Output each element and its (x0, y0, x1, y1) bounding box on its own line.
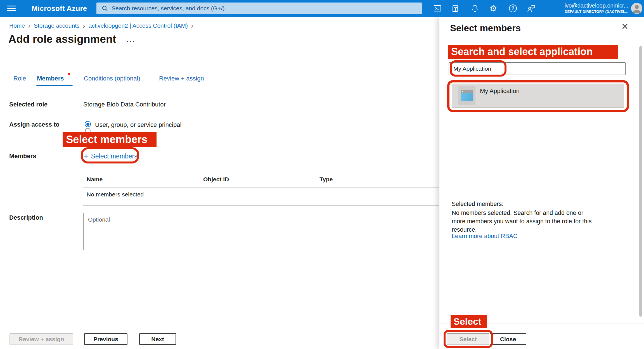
global-search-input[interactable] (108, 3, 422, 14)
page-title: Add role assignment (8, 33, 116, 45)
close-icon[interactable]: × (622, 21, 628, 32)
azure-portal-page: Microsoft Azure (0, 0, 644, 349)
tab-conditions[interactable]: Conditions (optional) (84, 75, 140, 82)
notifications-icon[interactable] (470, 4, 480, 13)
select-members-button[interactable]: + Select members (84, 152, 138, 160)
settings-icon[interactable]: ⚙ (489, 4, 498, 13)
active-tab-underline (36, 85, 73, 86)
plus-icon: + (84, 152, 89, 160)
breadcrumb-separator: › (83, 23, 85, 29)
selected-role-label: Selected role (9, 101, 48, 108)
selected-members-label: Selected members: (452, 201, 503, 208)
account-directory: DEFAULT DIRECTORY (DACTIVEL... (565, 9, 628, 14)
directory-filter-icon[interactable] (451, 4, 460, 13)
hamburger-menu-icon[interactable] (7, 4, 16, 13)
account-info[interactable]: ivo@dactiveloop.onmicr... DEFAULT DIRECT… (565, 2, 628, 14)
table-header-type: Type (319, 176, 333, 183)
breadcrumb-separator: › (28, 23, 30, 29)
vertical-scrollbar[interactable] (639, 46, 642, 317)
table-header-object-id: Object ID (203, 176, 229, 183)
breadcrumb: Home › Storage accounts › activeloopgen2… (9, 22, 193, 29)
page-overflow-menu-icon[interactable]: ··· (126, 37, 136, 45)
previous-button[interactable]: Previous (84, 333, 127, 345)
assign-access-option-label: User, group, or service principal (95, 121, 181, 129)
table-divider (83, 205, 439, 206)
selected-role-value: Storage Blob Data Contributor (83, 101, 166, 108)
tab-role[interactable]: Role (13, 75, 26, 82)
annotation-select-members: Select members (63, 132, 157, 147)
annotation-select: Select (451, 315, 487, 328)
feedback-icon[interactable] (527, 4, 536, 13)
members-required-dot (68, 73, 70, 75)
description-textarea[interactable] (83, 213, 438, 250)
assign-access-label: Assign access to (9, 121, 60, 128)
breadcrumb-storage-accounts[interactable]: Storage accounts (34, 22, 79, 29)
search-result-my-application[interactable]: My Application (452, 84, 624, 108)
help-icon[interactable]: ? (508, 4, 518, 13)
tab-members[interactable]: Members (37, 75, 64, 82)
radio-user-group-service-principal[interactable] (85, 121, 91, 127)
global-search[interactable] (96, 3, 422, 14)
next-button[interactable]: Next (139, 333, 176, 345)
learn-more-rbac-link[interactable]: Learn more about RBAC (452, 233, 517, 240)
search-icon (101, 5, 108, 12)
top-bar: Microsoft Azure (0, 0, 644, 17)
avatar[interactable] (631, 3, 642, 14)
annotation-search-select-application: Search and select application (448, 45, 618, 59)
table-empty-text: No members selected (87, 191, 144, 198)
selected-members-help-text: No members selected. Search for and add … (452, 209, 597, 234)
table-divider (83, 187, 439, 188)
tab-review-assign[interactable]: Review + assign (159, 75, 204, 82)
panel-select-button[interactable]: Select (447, 333, 489, 345)
review-assign-button[interactable]: Review + assign (10, 333, 73, 345)
cloud-shell-icon[interactable] (433, 4, 442, 13)
members-label: Members (9, 153, 36, 160)
breadcrumb-separator: › (191, 23, 193, 29)
select-members-panel: Select members × Select ⓘ My Application… (439, 17, 644, 349)
brand-title[interactable]: Microsoft Azure (32, 0, 87, 17)
application-icon (458, 86, 475, 105)
table-header-name: Name (87, 176, 103, 183)
account-name: ivo@dactiveloop.onmicr... (565, 2, 628, 9)
member-search-input[interactable] (449, 62, 626, 75)
breadcrumb-access-control[interactable]: activeloopgen2 | Access Control (IAM) (88, 22, 188, 29)
breadcrumb-home[interactable]: Home (9, 22, 25, 29)
result-name: My Application (480, 87, 520, 95)
panel-close-button[interactable]: Close (490, 333, 526, 345)
panel-title: Select members (450, 23, 521, 34)
description-label: Description (9, 214, 43, 221)
